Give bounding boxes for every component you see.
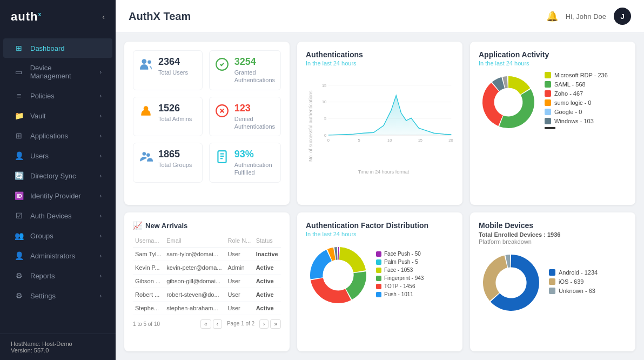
- sidebar-item-users[interactable]: 👤 Users ›: [3, 146, 112, 165]
- sidebar-item-directory-sync[interactable]: 🔄 Directory Sync ›: [3, 166, 112, 185]
- chevron-right-icon: ›: [100, 69, 102, 75]
- pagination-first-button[interactable]: «: [200, 319, 211, 329]
- chevron-right-icon: ›: [100, 293, 102, 299]
- notification-bell-icon[interactable]: 🔔: [546, 10, 558, 22]
- logo-area: authx ‹: [0, 0, 116, 34]
- legend-dot: [545, 127, 555, 129]
- svg-text:0: 0: [327, 138, 330, 143]
- table-row: Gibson ...gibson-gill@domai...UserActive: [133, 275, 281, 288]
- sidebar-item-settings[interactable]: ⚙ Settings ›: [3, 286, 112, 305]
- svg-text:5: 5: [324, 116, 326, 121]
- legend-label: Windows - 103: [554, 118, 594, 124]
- svg-text:10: 10: [322, 99, 326, 104]
- page-info: Page 1 of 2: [224, 319, 258, 329]
- app-activity-donut: [479, 72, 538, 132]
- cell-role: User: [226, 302, 254, 315]
- cell-role: User: [226, 275, 254, 288]
- factor-dot: [376, 284, 381, 289]
- header-right: 🔔 Hi, John Doe J: [546, 8, 631, 25]
- svg-text:20: 20: [448, 138, 453, 143]
- sidebar-item-identity-provider[interactable]: 🆔 Identity Provider ›: [3, 186, 112, 205]
- app-activity-card: Application Activity In the last 24 hour…: [470, 42, 635, 205]
- factor-dot: [376, 276, 381, 281]
- pagination-next-button[interactable]: ›: [259, 319, 269, 329]
- y-axis-label: No. of successful authentications: [306, 72, 313, 180]
- sidebar-item-label: Administrators: [30, 252, 75, 260]
- factor-legend-item: Face - 1053: [376, 267, 424, 273]
- hostname-value: Host-Demo: [42, 341, 72, 347]
- legend-dot: [545, 99, 551, 106]
- sidebar-item-administrators[interactable]: 👤 Administrators ›: [3, 246, 112, 265]
- legend-label: SAML - 568: [554, 81, 586, 88]
- chevron-right-icon: ›: [100, 233, 102, 239]
- auth-chart-subtitle: In the last 24 hours: [306, 60, 454, 66]
- app-activity-legend: Microsoft RDP - 236 SAML - 568 Zoho - 46…: [545, 72, 627, 129]
- legend-dot: [545, 90, 551, 97]
- cell-status: Inactive: [254, 248, 281, 261]
- table-row: Stephe...stephen-abraham...UserActive: [133, 302, 281, 315]
- chevron-right-icon: ›: [100, 213, 102, 219]
- app-activity-title: Application Activity: [479, 50, 627, 59]
- factor-legend-item: Push - 1011: [376, 291, 424, 297]
- auth-fulfilled-value: 93%: [234, 149, 275, 160]
- pagination-controls: « ‹ Page 1 of 2 › »: [200, 319, 281, 329]
- auth-line-chart: 15 10 5 0 0 5 10 15 20: [313, 72, 454, 169]
- mobile-legend-item: iOS - 639: [549, 278, 598, 285]
- sidebar-item-label: Applications: [30, 132, 68, 140]
- page-title: AuthX Team: [129, 10, 191, 23]
- arrivals-table: Userna... Email Role N... Status Sam Tyl…: [133, 235, 281, 315]
- sidebar-item-auth-devices[interactable]: ☑ Auth Devices ›: [3, 206, 112, 225]
- sidebar-item-reports[interactable]: ⚙ Reports ›: [3, 266, 112, 285]
- cell-status: Active: [254, 261, 281, 275]
- sidebar-item-label: Policies: [30, 92, 55, 100]
- auth-chart-title: Authentications: [306, 50, 454, 59]
- legend-label: sumo logic - 0: [554, 99, 591, 106]
- auth-devices-icon: ☑: [14, 211, 24, 220]
- sidebar-item-label: Users: [30, 152, 49, 160]
- sidebar-toggle-button[interactable]: ‹: [102, 12, 105, 21]
- pagination-last-button[interactable]: »: [270, 319, 281, 329]
- stat-total-admins: 1526 Total Admins: [133, 97, 203, 137]
- pagination-prev-button[interactable]: ‹: [213, 319, 222, 329]
- avatar[interactable]: J: [614, 8, 631, 25]
- sidebar-item-policies[interactable]: ≡ Policies ›: [3, 86, 112, 105]
- svg-text:15: 15: [322, 83, 326, 88]
- sidebar-item-vault[interactable]: 📁 Vault ›: [3, 106, 112, 125]
- chevron-right-icon: ›: [100, 153, 102, 159]
- new-arrivals-card: 📈 New Arrivals Userna... Email Role N...…: [124, 212, 290, 351]
- sidebar-item-label: Device Management: [30, 64, 93, 80]
- legend-dot: [545, 81, 551, 88]
- legend-dot: [545, 109, 551, 115]
- ios-dot: [549, 278, 555, 285]
- denied-auth-icon: [215, 104, 229, 121]
- cell-email: sam-tylor@domai...: [164, 248, 225, 261]
- user-greeting: Hi, John Doe: [566, 12, 606, 21]
- granted-auth-label: Granted Authentications: [234, 69, 275, 84]
- table-row: Kevin P...kevin-peter@doma...AdminActive: [133, 261, 281, 275]
- svg-marker-27: [328, 96, 452, 135]
- stat-denied-auth: 123 Denied Authentications: [209, 97, 281, 137]
- header: AuthX Team 🔔 Hi, John Doe J: [116, 0, 644, 33]
- sidebar-item-dashboard[interactable]: ⊞ Dashboard: [3, 38, 112, 58]
- sidebar-item-device-management[interactable]: ▭ Device Management ›: [3, 58, 112, 85]
- administrators-icon: 👤: [14, 251, 24, 260]
- sidebar-item-groups[interactable]: 👥 Groups ›: [3, 226, 112, 245]
- settings-icon: ⚙: [14, 291, 24, 300]
- factor-subtitle: In the last 24 hours: [306, 231, 454, 237]
- groups-icon: 👥: [14, 231, 24, 240]
- total-users-label: Total Users: [158, 69, 188, 76]
- hostname-label: HostName:: [11, 341, 41, 347]
- sidebar-item-applications[interactable]: ⊞ Applications ›: [3, 126, 112, 145]
- legend-dot: [545, 118, 551, 124]
- sidebar-nav: ⊞ Dashboard ▭ Device Management › ≡ Poli…: [0, 34, 116, 334]
- chevron-right-icon: ›: [100, 273, 102, 279]
- logo: authx: [11, 10, 42, 24]
- legend-label: Zoho - 467: [554, 90, 583, 97]
- chevron-right-icon: ›: [100, 173, 102, 179]
- dashboard-grid: 2364 Total Users 3254 Granted Authentica…: [116, 33, 644, 360]
- svg-point-7: [143, 152, 146, 156]
- mobile-inner: Android - 1234 iOS - 639 Unknown - 63: [479, 250, 627, 315]
- chevron-right-icon: ›: [100, 253, 102, 259]
- auth-fulfilled-label: Authentication Fulfilled: [234, 161, 275, 177]
- dashboard-icon: ⊞: [14, 44, 24, 52]
